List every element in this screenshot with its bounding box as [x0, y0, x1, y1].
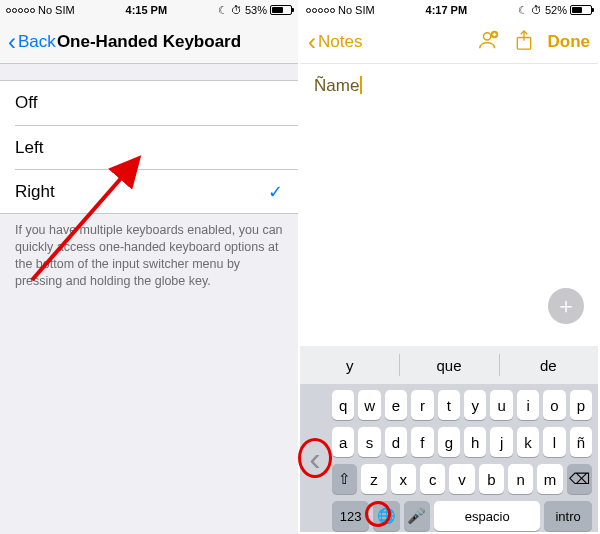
key-v[interactable]: v: [449, 464, 474, 494]
battery-pct: 52%: [545, 4, 567, 16]
option-label: Right: [15, 182, 55, 202]
key-w[interactable]: w: [358, 390, 380, 420]
option-right[interactable]: Right ✓: [15, 169, 298, 213]
nav-bar: ‹ Back One-Handed Keyboard: [0, 20, 298, 64]
checkmark-icon: ✓: [268, 181, 283, 203]
key-o[interactable]: o: [543, 390, 565, 420]
key-i[interactable]: i: [517, 390, 539, 420]
option-left[interactable]: Left: [15, 125, 298, 169]
settings-body: Off Left Right ✓ If you have multiple ke…: [0, 64, 298, 298]
return-key[interactable]: intro: [544, 501, 592, 531]
plus-icon: ＋: [555, 291, 577, 321]
nav-actions: Done: [478, 29, 591, 55]
nav-bar: ‹ Notes Done: [300, 20, 598, 64]
battery-icon: [570, 5, 592, 15]
keyboard-keys: ‹ q w e r t y u i o p a s d: [300, 384, 598, 532]
status-left: No SIM: [306, 4, 375, 16]
moon-icon: ☾: [518, 4, 528, 17]
globe-key[interactable]: 🌐: [373, 501, 400, 531]
numbers-key[interactable]: 123: [332, 501, 369, 531]
options-footer: If you have multiple keyboards enabled, …: [0, 214, 298, 298]
key-m[interactable]: m: [537, 464, 562, 494]
suggestion-bar: y que de: [300, 346, 598, 384]
alarm-icon: ⏱: [531, 4, 542, 16]
phone-settings: No SIM 4:15 PM ☾ ⏱ 53% ‹ Back One-Handed…: [0, 0, 298, 534]
text-cursor: [360, 76, 362, 94]
key-r[interactable]: r: [411, 390, 433, 420]
mic-key[interactable]: 🎤: [404, 501, 431, 531]
key-e[interactable]: e: [385, 390, 407, 420]
status-right: ☾ ⏱ 53%: [218, 4, 292, 17]
key-g[interactable]: g: [438, 427, 460, 457]
battery-pct: 53%: [245, 4, 267, 16]
back-label: Notes: [318, 32, 362, 52]
option-label: Off: [15, 93, 37, 113]
carrier-label: No SIM: [38, 4, 75, 16]
key-a[interactable]: a: [332, 427, 354, 457]
key-d[interactable]: d: [385, 427, 407, 457]
status-time: 4:15 PM: [75, 4, 218, 16]
shift-icon: ⇧: [338, 470, 351, 488]
suggestion[interactable]: y: [300, 346, 399, 384]
back-button[interactable]: ‹ Back: [8, 32, 56, 52]
carrier-label: No SIM: [338, 4, 375, 16]
status-time: 4:17 PM: [375, 4, 518, 16]
alarm-icon: ⏱: [231, 4, 242, 16]
key-j[interactable]: j: [490, 427, 512, 457]
signal-icon: [306, 8, 335, 13]
mic-icon: 🎤: [407, 507, 426, 525]
keyboard-row-1: q w e r t y u i o p: [332, 390, 592, 420]
key-u[interactable]: u: [490, 390, 512, 420]
add-button[interactable]: ＋: [548, 288, 584, 324]
status-left: No SIM: [6, 4, 75, 16]
chevron-left-icon: ‹: [309, 439, 320, 478]
signal-icon: [6, 8, 35, 13]
option-off[interactable]: Off: [0, 81, 298, 125]
share-icon[interactable]: [514, 29, 534, 55]
key-p[interactable]: p: [570, 390, 592, 420]
shift-key[interactable]: ⇧: [332, 464, 357, 494]
key-q[interactable]: q: [332, 390, 354, 420]
keyboard-collapse-handle[interactable]: ‹: [300, 384, 330, 532]
status-bar: No SIM 4:17 PM ☾ ⏱ 52%: [300, 0, 598, 20]
backspace-icon: ⌫: [569, 470, 590, 488]
status-bar: No SIM 4:15 PM ☾ ⏱ 53%: [0, 0, 298, 20]
suggestion[interactable]: de: [499, 346, 598, 384]
key-f[interactable]: f: [411, 427, 433, 457]
key-b[interactable]: b: [479, 464, 504, 494]
status-right: ☾ ⏱ 52%: [518, 4, 592, 17]
key-l[interactable]: l: [543, 427, 565, 457]
key-s[interactable]: s: [358, 427, 380, 457]
suggestion[interactable]: que: [399, 346, 498, 384]
backspace-key[interactable]: ⌫: [567, 464, 592, 494]
key-x[interactable]: x: [391, 464, 416, 494]
battery-icon: [270, 5, 292, 15]
keyboard-row-3: ⇧ z x c v b n m ⌫: [332, 464, 592, 494]
keyboard-row-4: 123 🌐 🎤 espacio intro: [332, 501, 592, 531]
key-enye[interactable]: ñ: [570, 427, 592, 457]
option-label: Left: [15, 138, 43, 158]
key-k[interactable]: k: [517, 427, 539, 457]
note-editor[interactable]: Ñame: [300, 64, 598, 108]
moon-icon: ☾: [218, 4, 228, 17]
back-label: Back: [18, 32, 56, 52]
space-key[interactable]: espacio: [434, 501, 540, 531]
person-add-icon[interactable]: [478, 29, 500, 55]
options-list: Off Left Right ✓: [0, 80, 298, 214]
screenshot-stage: No SIM 4:15 PM ☾ ⏱ 53% ‹ Back One-Handed…: [0, 0, 600, 534]
keyboard: y que de ‹ q w e r t y u i o p: [300, 346, 598, 532]
note-text: Ñame: [314, 76, 359, 95]
svg-point-1: [483, 32, 490, 39]
back-button[interactable]: ‹ Notes: [308, 32, 362, 52]
key-n[interactable]: n: [508, 464, 533, 494]
keyboard-row-2: a s d f g h j k l ñ: [332, 427, 592, 457]
key-y[interactable]: y: [464, 390, 486, 420]
key-c[interactable]: c: [420, 464, 445, 494]
key-h[interactable]: h: [464, 427, 486, 457]
key-t[interactable]: t: [438, 390, 460, 420]
globe-icon: 🌐: [377, 507, 396, 525]
key-z[interactable]: z: [361, 464, 386, 494]
done-button[interactable]: Done: [548, 32, 591, 52]
